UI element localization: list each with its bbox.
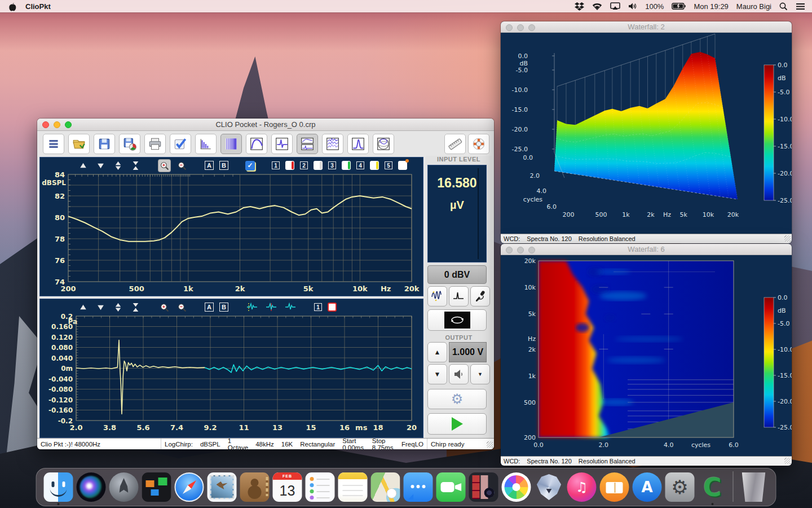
resize-grip[interactable] (487, 441, 493, 448)
marker-a-button[interactable]: A (205, 161, 214, 170)
memory-file-3-button[interactable] (342, 161, 351, 170)
zoom-out-button[interactable] (176, 301, 188, 313)
chirp-generator-button[interactable] (427, 286, 447, 306)
waterfall-2-titlebar[interactable]: Waterfall: 2 (501, 21, 792, 33)
waterfall-6-titlebar[interactable]: Waterfall: 6 (501, 244, 792, 255)
memory-slot-1-button[interactable]: 1 (272, 161, 280, 169)
apply-check-button[interactable]: ✓ (245, 161, 255, 170)
wifi-icon[interactable] (592, 3, 602, 10)
print-button[interactable] (144, 134, 166, 154)
zoom-in-button[interactable] (158, 301, 170, 313)
resize-grip[interactable] (784, 458, 791, 464)
shift-up-button[interactable] (77, 301, 89, 313)
shift-down-button[interactable] (95, 160, 107, 172)
output-down-button[interactable]: ▼ (427, 364, 447, 384)
dock-item-safari[interactable] (175, 472, 204, 502)
waterfall-button[interactable] (322, 134, 343, 154)
apple-menu[interactable] (8, 2, 16, 11)
dock-item-app-store[interactable]: A (633, 472, 662, 502)
dock-item-calendar[interactable]: FEB13 (273, 472, 302, 502)
fr-curve-button[interactable] (246, 134, 267, 154)
dock-item-reminders[interactable] (306, 472, 335, 502)
impulse-response-plot[interactable]: 0.20.1600.1200.0800.0400m-0.040-0.080-0.… (40, 299, 423, 437)
shift-down-button[interactable] (95, 301, 107, 313)
dock-item-mail[interactable] (208, 472, 237, 502)
marker-b-button[interactable]: B (219, 161, 228, 170)
window-full-button[interactable] (284, 301, 297, 313)
compress-scale-button[interactable] (130, 301, 142, 313)
marker-b-button[interactable]: B (219, 303, 228, 312)
memory-file-5-button[interactable] (398, 161, 407, 170)
notification-center-icon[interactable] (796, 3, 805, 10)
zoom-out-button[interactable] (176, 160, 188, 172)
window-stop-button[interactable] (264, 301, 278, 313)
spotlight-search-icon[interactable] (779, 2, 788, 11)
minimize-button[interactable] (517, 24, 524, 31)
memory-slot-4-button[interactable]: 4 (356, 161, 364, 169)
close-button[interactable] (506, 247, 513, 253)
mute-speaker-button[interactable] (449, 364, 469, 384)
dock-item-wolf-app[interactable] (535, 472, 564, 502)
save-file-button[interactable] (94, 134, 115, 154)
minimize-button[interactable] (517, 247, 524, 253)
dropbox-icon[interactable] (575, 2, 584, 11)
dock-item-siri[interactable] (77, 472, 106, 502)
play-button[interactable] (427, 413, 487, 435)
frequency-response-plot[interactable]: 848280787674dBSPL2005001k2k5k10k20kHz (40, 157, 423, 296)
dock-item-finder[interactable] (44, 472, 73, 502)
memory-slot-1-button[interactable]: 1 (314, 303, 322, 311)
marker-a-button[interactable]: A (205, 303, 214, 312)
close-button[interactable] (506, 24, 513, 31)
autorepeat-loop-button[interactable] (427, 309, 487, 331)
clio-titlebar[interactable]: CLIO Pocket - Rogers_O 0.crp (37, 119, 494, 131)
memory-file-4-button[interactable] (370, 161, 379, 170)
verify-settings-button[interactable] (170, 134, 191, 154)
close-button[interactable] (42, 121, 49, 128)
impulse-button[interactable] (271, 134, 293, 154)
menu-clock[interactable]: Mon 19:29 (694, 2, 728, 11)
dock-item-trash[interactable] (739, 472, 769, 502)
expand-scale-button[interactable] (112, 301, 124, 313)
dock-item-system-preferences[interactable]: ⚙ (665, 472, 695, 502)
impedance-button[interactable] (347, 134, 369, 154)
settings-gear-button[interactable]: ⚙ (427, 389, 487, 409)
impulse-generator-button[interactable] (449, 286, 469, 306)
dock-item-contacts[interactable] (240, 472, 270, 502)
input-range-button[interactable]: 0 dBV (427, 265, 487, 284)
logchirp-analysis-button[interactable] (220, 134, 242, 154)
volume-icon[interactable] (628, 2, 637, 10)
mls-analysis-button[interactable] (195, 134, 217, 154)
memory-file-2-button[interactable] (314, 161, 323, 170)
memory-file-1-button[interactable] (285, 161, 294, 170)
menu-user-name[interactable]: Mauro Bigi (736, 2, 771, 11)
memory-slot-5-button[interactable]: 5 (385, 161, 392, 169)
zoom-button[interactable] (65, 121, 72, 128)
dock-item-photos[interactable] (502, 472, 531, 502)
dock-item-notes[interactable] (338, 472, 368, 502)
output-up-button[interactable]: ▲ (427, 342, 447, 362)
ruler-tool-button[interactable] (444, 134, 466, 154)
dock-item-itunes[interactable]: ♫ (567, 472, 597, 502)
zoom-button[interactable] (528, 24, 535, 31)
polar-button[interactable] (373, 134, 394, 154)
shift-up-button[interactable] (77, 160, 89, 172)
window-start-button[interactable] (245, 301, 259, 313)
dock-item-launchpad[interactable] (109, 472, 139, 502)
resize-grip[interactable] (784, 235, 791, 242)
dock-item-ibooks[interactable] (600, 472, 629, 502)
minimize-button[interactable] (54, 121, 60, 128)
menu-button[interactable] (43, 134, 64, 154)
zoom-in-button[interactable] (158, 160, 170, 172)
memory-slot-3-button[interactable]: 3 (328, 161, 336, 169)
dual-display-button[interactable] (297, 134, 318, 154)
compress-scale-button[interactable] (130, 160, 142, 172)
expand-scale-button[interactable] (112, 160, 124, 172)
microphone-button[interactable] (470, 286, 490, 306)
dock-item-maps[interactable] (371, 472, 400, 502)
airplay-icon[interactable] (610, 2, 620, 10)
dock-item-messages[interactable] (404, 472, 433, 502)
zoom-button[interactable] (528, 247, 535, 253)
dock-item-facetime[interactable] (436, 472, 466, 502)
help-lifebuoy-button[interactable] (468, 134, 489, 154)
output-select-button[interactable]: ▼ (470, 364, 490, 384)
